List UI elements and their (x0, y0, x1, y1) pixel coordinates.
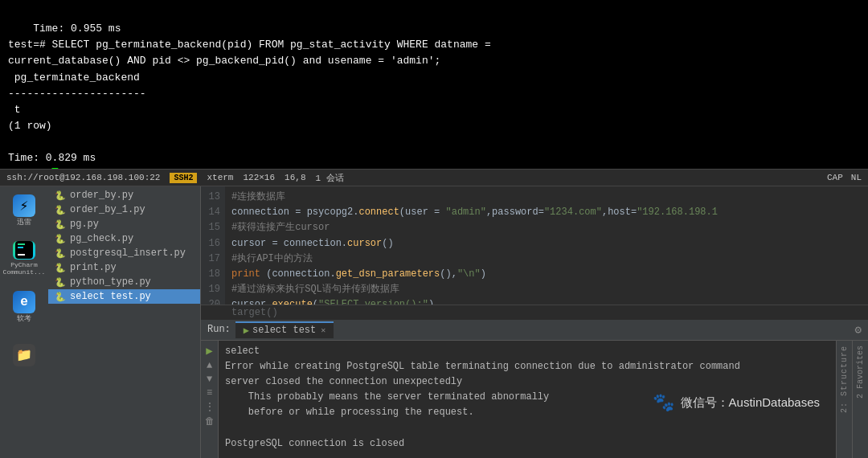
py-file-icon-selected: 🐍 (55, 292, 66, 302)
code-line-16: cursor = connection.cursor() (231, 236, 862, 251)
file-name: print.py (70, 262, 117, 273)
sessions-count: 1 会话 (315, 172, 343, 184)
num-indicator: NL (851, 173, 862, 182)
favorites-label: 2 Favorites (856, 346, 865, 399)
file-item-print[interactable]: 🐍 print.py (48, 260, 200, 275)
output-line-blank (225, 420, 829, 436)
sidebar-label-pycharm: PyCharm Communit... (3, 261, 46, 276)
watermark-icon: 🐾 (653, 392, 674, 414)
svg-rect-3 (18, 254, 25, 256)
run-toolbar: Run: ▶ select test ✕ ⚙ (201, 320, 868, 341)
py-file-icon: 🐍 (55, 263, 66, 273)
delete-button[interactable]: 🗑 (205, 415, 215, 427)
run-tab[interactable]: ▶ select test ✕ (235, 321, 334, 338)
up-button[interactable]: ▲ (207, 360, 212, 371)
favorites-sidebar[interactable]: 2 Favorites (852, 341, 868, 459)
file-item-order-by[interactable]: 🐍 order_by.py (48, 188, 200, 202)
file-name: postgresql_insert.py (70, 247, 186, 259)
output-line-error: Error while creating PostgreSQL table te… (225, 359, 829, 374)
file-item-select-test[interactable]: 🐍 select test.py (48, 289, 200, 304)
py-file-icon: 🐍 (55, 277, 66, 288)
code-line-20: cursor.execute("SELECT version();") (231, 297, 862, 304)
sidebar-item-pycharm[interactable]: PyCharm Communit... (6, 241, 42, 276)
output-line-select: select (225, 344, 829, 359)
terminal-size: 122×16 (243, 173, 275, 182)
target-line: target() (201, 305, 868, 320)
terminal-type: xterm (207, 173, 233, 182)
code-content[interactable]: #连接数据库 connection = psycopg2.connect(use… (225, 186, 868, 305)
ie-icon: e (13, 291, 35, 313)
file-item-postgresql-insert[interactable]: 🐍 postgresql_insert.py (48, 246, 200, 260)
terminal-area: Time: 0.955 ms test=# SELECT pg_terminat… (0, 0, 868, 169)
svg-rect-1 (18, 243, 25, 245)
down-button[interactable]: ▼ (207, 374, 212, 385)
structure-sidebar[interactable]: 2: Structure (836, 341, 852, 459)
file-name: order_by.py (70, 190, 133, 201)
app-sidebar: ⚡ 迅雷 PyCharm Communit... e 软考 📁 (0, 186, 48, 458)
sidebar-item-thunder[interactable]: ⚡ 迅雷 (6, 193, 42, 228)
file-name: order_by_1.py (70, 204, 145, 215)
run-tab-icon: ▶ (244, 325, 249, 337)
output-line-pg-closed: PostgreSQL connection is closed (225, 436, 829, 452)
file-name: pg_check.py (70, 233, 133, 244)
sidebar-item-unknown[interactable]: 📁 (6, 337, 42, 373)
more-button[interactable]: ⋮ (205, 401, 215, 413)
wrap-button[interactable]: ≡ (207, 387, 212, 399)
code-line-15: #获得连接产生cursor (231, 220, 862, 235)
py-file-icon: 🐍 (55, 234, 66, 244)
thunder-icon: ⚡ (13, 194, 35, 217)
svg-rect-2 (18, 247, 23, 248)
code-line-19: #通过游标来执行SQL语句并传到数据库 (231, 282, 862, 297)
file-tree-panel: 🐍 order_by.py 🐍 order_by_1.py 🐍 pg.py 🐍 … (48, 186, 201, 458)
host-label: ssh://root@192.168.198.100:22 (6, 173, 160, 182)
structure-label: 2: Structure (840, 346, 849, 413)
file-name: pg.py (70, 219, 99, 230)
sidebar-label-ie: 软考 (17, 315, 31, 324)
ssh-badge: SSH2 (170, 173, 197, 183)
unknown-icon: 📁 (13, 344, 35, 366)
ide-area: ⚡ 迅雷 PyCharm Communit... e 软考 📁 🐍 order_… (0, 186, 868, 458)
py-file-icon: 🐍 (55, 248, 66, 259)
file-item-python-type[interactable]: 🐍 python_type.py (48, 275, 200, 289)
code-line-18: print (connection.get_dsn_parameters(),"… (231, 267, 862, 282)
run-label: Run: (207, 324, 231, 335)
watermark-text: 微信号：AustinDatabases (681, 395, 820, 411)
py-file-icon: 🐍 (55, 219, 66, 230)
cursor-block: █ (52, 168, 59, 169)
run-tab-close[interactable]: ✕ (321, 325, 326, 335)
cap-indicator: CAP (827, 173, 843, 182)
py-file-icon: 🐍 (55, 190, 66, 201)
run-side-controls: ▶ ▲ ▼ ≡ ⋮ 🗑 (201, 341, 219, 459)
code-line-17: #执行API中的方法 (231, 251, 862, 267)
output-line-server-closed: server closed the connection unexpectedl… (225, 374, 829, 390)
output-line-blank2 (225, 452, 829, 458)
watermark-overlay: 🐾 微信号：AustinDatabases (653, 392, 820, 414)
settings-icon[interactable]: ⚙ (855, 323, 862, 337)
run-tab-label: select test (252, 325, 316, 336)
terminal-line-1: Time: 0.955 ms test=# SELECT pg_terminat… (8, 22, 491, 169)
code-line-13: #连接数据库 (231, 190, 862, 205)
cursor-position: 16,8 (285, 173, 305, 182)
play-button[interactable]: ▶ (206, 344, 212, 358)
code-line-14: connection = psycopg2.connect(user = "ad… (231, 205, 862, 220)
line-numbers: 1314151617181920 (201, 186, 225, 305)
pycharm-icon (13, 241, 35, 260)
file-item-pg[interactable]: 🐍 pg.py (48, 217, 200, 231)
code-editor-area: 1314151617181920 #连接数据库 connection = psy… (201, 186, 868, 305)
file-item-order-by-1[interactable]: 🐍 order_by_1.py (48, 202, 200, 217)
status-bar: ssh://root@192.168.198.100:22 SSH2 xterm… (0, 169, 868, 186)
py-file-icon: 🐍 (55, 205, 66, 215)
sidebar-item-ie[interactable]: e 软考 (6, 289, 42, 325)
sidebar-label-thunder: 迅雷 (17, 219, 31, 227)
file-item-pg-check[interactable]: 🐍 pg_check.py (48, 231, 200, 246)
file-name-selected: select test.py (70, 291, 151, 302)
file-name: python_type.py (70, 276, 151, 288)
